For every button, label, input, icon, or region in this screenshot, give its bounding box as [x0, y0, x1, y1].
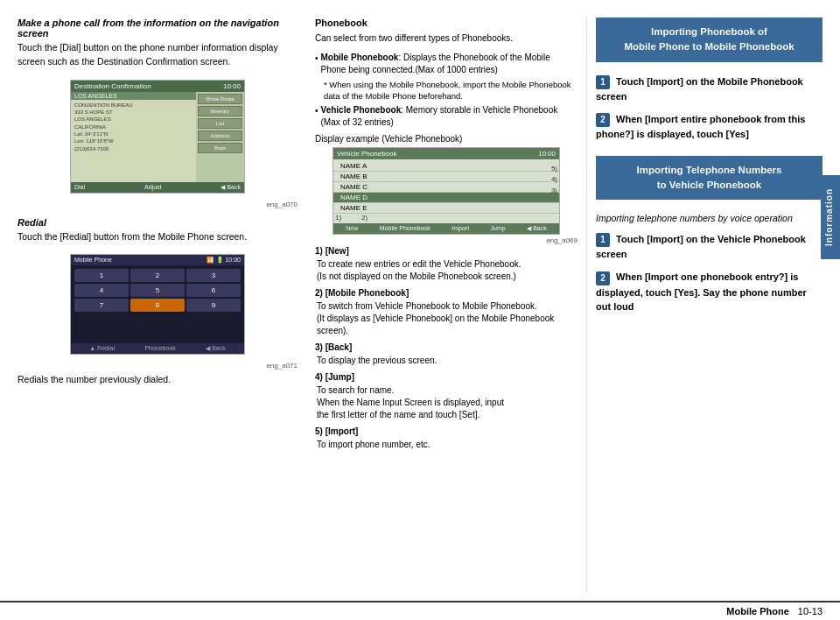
device-content-area: LOS ANGELES CONVENTION BUREAU333 S HOPE …: [71, 92, 244, 182]
vph-list: NAME A NAME B NAME C NAME D NAME E: [333, 159, 559, 215]
section2-wrapper: Redial Touch the [Redial] button from th…: [18, 217, 298, 388]
mobile-signal: 📶 🔋 10:00: [206, 257, 241, 264]
key-6: 6: [186, 284, 241, 297]
box1-line2: Mobile Phone to Mobile Phonebook: [606, 39, 812, 54]
vph-row-d: NAME D: [333, 193, 559, 203]
step3-text: Touch [Import] on the Vehicle Phonebook …: [596, 234, 806, 259]
mobile-keypad: 1 2 3 4 5 6 7 8 9: [71, 265, 244, 315]
mobile-titlebar: Mobile Phone 📶 🔋 10:00: [71, 255, 244, 265]
footer-label: Mobile Phone: [726, 606, 789, 616]
step4: 2 When [Import one phonebook entry?] is …: [596, 270, 822, 314]
bullet1: • Mobile Phonebook: Displays the Phonebo…: [315, 52, 578, 76]
phonebook-btn: Phonebook: [144, 345, 175, 352]
mobile-bottom-bar: ▲ Redial Phonebook ◀ Back: [71, 343, 244, 354]
importing-tel-box: Importing Telephone Numbers to Vehicle P…: [596, 156, 822, 201]
book-btn: Book: [198, 143, 242, 153]
step2-text: When [Import entire phonebook from this …: [596, 114, 805, 139]
vph-bottom-bar: New Mobile Phonebook Import Jump ◀ Back: [333, 223, 559, 234]
bullet2-label: Vehicle Phonebook: [321, 105, 402, 115]
step4-num: 2: [596, 271, 610, 285]
item-1: 1) [New] To create new entries or edit t…: [315, 244, 578, 283]
phonebook-title: Phonebook: [315, 18, 578, 28]
device-address: CONVENTION BUREAU333 S HOPE STLOS ANGELE…: [71, 100, 196, 155]
section2-body: Touch the [Redial] button from the Mobil…: [18, 230, 298, 244]
bullet2-dot: •: [315, 105, 318, 129]
step3-num: 1: [596, 233, 610, 247]
vph-row-b: NAME B: [333, 172, 559, 182]
footer-page: 10-13: [798, 606, 822, 616]
bullet1-label: Mobile Phonebook: [321, 53, 399, 62]
titlebar-time: 10:00: [223, 82, 241, 90]
middle-column: Phonebook Can select from two different …: [306, 18, 586, 592]
annot-5: 5): [551, 164, 557, 175]
bullet1-dot: •: [315, 53, 318, 76]
item-3: 3) [Back] To display the previous screen…: [315, 341, 578, 367]
adjust-btn: Adjust: [144, 184, 161, 191]
list-btn: List: [198, 118, 242, 129]
item-4-desc: To search for name.When the Name Input S…: [317, 384, 578, 421]
item-2-desc: To switch from Vehicle Phonebook to Mobi…: [317, 300, 578, 337]
item-4-label: 4) [Jump]: [315, 372, 354, 382]
vph-titlebar: Vehicle Phonebook 10:00: [333, 148, 559, 159]
item-3-label: 3) [Back]: [315, 342, 352, 352]
display-example-label: Display example (Vehicle Phonebook): [315, 134, 578, 144]
mobile-title-text: Mobile Phone: [74, 257, 112, 264]
address-btn: Address: [198, 130, 242, 141]
item-5: 5) [Import] To import phone number, etc.: [315, 425, 578, 451]
item-5-desc: To import phone number, etc.: [317, 439, 578, 451]
box1-line1: Importing Phonebook of: [606, 25, 812, 39]
vph-row-e: NAME E: [333, 203, 559, 214]
mobile-device-image: Mobile Phone 📶 🔋 10:00 1 2 3 4 5 6 7 8 9: [70, 254, 245, 355]
main-content: Make a phone call from the information o…: [0, 0, 840, 601]
vph-row-c: NAME C: [333, 182, 559, 193]
item-3-desc: To display the previous screen.: [317, 355, 578, 367]
itinerary-btn: Itinerary: [198, 106, 242, 116]
vph-row-a: NAME A: [333, 161, 559, 172]
item-5-label: 5) [Import]: [315, 426, 358, 436]
footer: Mobile Phone 10-13: [0, 601, 840, 620]
item-2: 2) [Mobile Phonebook] To switch from Veh…: [315, 286, 578, 337]
key-1: 1: [74, 269, 129, 282]
vehicle-phonebook-device: Vehicle Phonebook 10:00 NAME A NAME B NA…: [332, 147, 560, 235]
device-map-area: LOS ANGELES CONVENTION BUREAU333 S HOPE …: [71, 92, 196, 182]
device-titlebar: Destination Confirmation 10:00: [71, 81, 244, 92]
vph-new-btn: New: [346, 225, 358, 232]
phonebook-intro: Can select from two different types of P…: [315, 32, 578, 45]
key-3: 3: [186, 269, 241, 282]
right-column: Importing Phonebook of Mobile Phone to M…: [586, 18, 822, 592]
annot-1: 1): [335, 214, 341, 222]
key-5: 5: [130, 284, 185, 297]
left-column: Make a phone call from the information o…: [18, 18, 306, 592]
page-container: Make a phone call from the information o…: [0, 0, 840, 620]
device-screen: Destination Confirmation 10:00 LOS ANGEL…: [71, 81, 244, 193]
item-1-desc: To create new entries or edit the Vehicl…: [317, 258, 578, 283]
key-8: 8: [130, 299, 185, 312]
dial-btn: Dial: [74, 184, 85, 191]
key-4: 4: [74, 284, 129, 297]
annot-4: 4): [551, 174, 557, 186]
annot-2: 2): [361, 214, 368, 222]
bullet2-content: Vehicle Phonebook: Memory storable in Ve…: [321, 104, 578, 129]
box2-line2: to Vehicle Phonebook: [606, 178, 812, 193]
step1: 1 Touch [Import] on the Mobile Phonebook…: [596, 74, 822, 104]
vph-title-text: Vehicle Phonebook: [337, 150, 397, 158]
step2-num: 2: [596, 113, 610, 127]
bullet1-content: Mobile Phonebook: Displays the Phonebook…: [321, 52, 578, 76]
device-info-strip: LOS ANGELES: [71, 92, 196, 100]
step2: 2 When [Import entire phonebook from thi…: [596, 112, 822, 142]
step1-num: 1: [596, 75, 610, 89]
device-bottom-bar: Dial Adjust ◀ Back: [71, 182, 244, 193]
vph-back-btn: ◀ Back: [527, 225, 547, 232]
device-sidebar: Show Route Itinerary List Address Book: [196, 92, 244, 182]
section2-caption-text: Redials the number previously dialed.: [18, 373, 298, 387]
bullet1-sub: * When using the Mobile Phonebook, impor…: [324, 79, 578, 102]
annot-3: 3): [551, 186, 557, 197]
show-btn: Show Route: [198, 94, 242, 104]
key-7: 7: [74, 299, 129, 312]
destination-device-image: Destination Confirmation 10:00 LOS ANGEL…: [70, 80, 245, 194]
vph-annotations: 5) 4) 3): [551, 164, 557, 197]
item-2-label: 2) [Mobile Phonebook]: [315, 288, 409, 298]
section1-title: Make a phone call from the information o…: [18, 18, 298, 39]
step4-text: When [Import one phonebook entry?] is di…: [596, 271, 807, 312]
vph-mobile-btn: Mobile Phonebook: [380, 225, 430, 232]
